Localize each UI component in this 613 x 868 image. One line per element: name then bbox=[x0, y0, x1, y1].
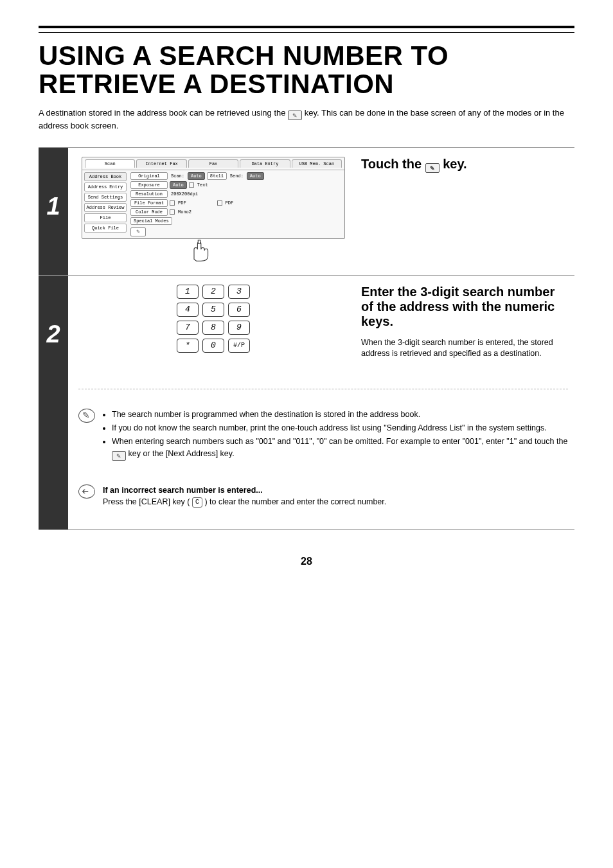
row-colormode-label[interactable]: Color Mode bbox=[130, 208, 168, 216]
numeric-keypad: 1 2 3 4 5 6 7 8 9 * 0 #/P bbox=[177, 285, 250, 353]
screen-tabs: Scan Internet Fax Fax Data Entry USB Mem… bbox=[82, 157, 344, 170]
row-fileformat-label[interactable]: File Format bbox=[130, 199, 168, 207]
row-original-send: Send: bbox=[229, 173, 245, 179]
row-specialmodes-label[interactable]: Special Modes bbox=[130, 217, 172, 225]
step2-heading: Enter the 3-digit search number of the a… bbox=[361, 285, 568, 329]
tab-scan[interactable]: Scan bbox=[85, 159, 135, 168]
book-key-icon-3 bbox=[112, 451, 126, 461]
step2-body-text: When the 3-digit search number is entere… bbox=[361, 337, 568, 359]
sidebar-address-entry[interactable]: Address Entry bbox=[84, 182, 127, 191]
key-2[interactable]: 2 bbox=[202, 285, 224, 299]
finger-pointer-icon bbox=[187, 239, 213, 262]
row-exposure-label[interactable]: Exposure bbox=[130, 181, 168, 189]
step-2: 2 1 2 3 4 5 6 7 8 9 bbox=[39, 276, 574, 530]
row-original-label[interactable]: Original bbox=[130, 172, 168, 180]
row-original-auto2[interactable]: Auto bbox=[247, 172, 264, 180]
pdf-icon-1 bbox=[170, 200, 175, 206]
key-0[interactable]: 0 bbox=[202, 339, 224, 353]
sidebar-send-settings[interactable]: Send Settings bbox=[84, 193, 127, 202]
row-original-auto1[interactable]: Auto bbox=[188, 172, 205, 180]
sidebar-address-book[interactable]: Address Book bbox=[84, 172, 127, 181]
book-key-icon bbox=[288, 111, 302, 120]
key-hash-p[interactable]: #/P bbox=[228, 339, 250, 353]
key-4[interactable]: 4 bbox=[177, 303, 199, 317]
step1-heading-before: Touch the bbox=[361, 157, 425, 171]
row-fileformat-v2: PDF bbox=[224, 200, 235, 206]
svg-rect-0 bbox=[198, 240, 200, 244]
rule-thin bbox=[39, 32, 574, 33]
intro-before: A destination stored in the address book… bbox=[39, 108, 288, 118]
row-original-scan: Scan: bbox=[170, 173, 186, 179]
note-3: When entering search numbers such as "00… bbox=[112, 436, 568, 460]
key-8[interactable]: 8 bbox=[202, 321, 224, 335]
clear-key-icon: C bbox=[192, 497, 202, 508]
back-arrow-icon bbox=[78, 484, 95, 499]
tab-fax[interactable]: Fax bbox=[188, 159, 238, 168]
intro-paragraph: A destination stored in the address book… bbox=[39, 107, 574, 132]
row-colormode-v1: Mono2 bbox=[177, 209, 193, 215]
row-original-size[interactable]: 8½x11 bbox=[207, 172, 227, 180]
device-screen: Scan Internet Fax Fax Data Entry USB Mem… bbox=[82, 157, 345, 239]
rule-thick bbox=[39, 26, 574, 28]
warn-after: ) to clear the number and enter the corr… bbox=[204, 497, 386, 506]
row-exposure-auto[interactable]: Auto bbox=[170, 181, 187, 189]
sidebar-file[interactable]: File bbox=[84, 213, 127, 222]
text-icon bbox=[189, 182, 194, 188]
pdf-icon-2 bbox=[217, 200, 222, 206]
page-title: USING A SEARCH NUMBER TO RETRIEVE A DEST… bbox=[39, 42, 574, 98]
tab-internet-fax[interactable]: Internet Fax bbox=[136, 159, 186, 168]
note-2: If you do not know the search number, pr… bbox=[112, 422, 568, 434]
warn-title: If an incorrect search number is entered… bbox=[103, 486, 263, 495]
row-fileformat-v1: PDF bbox=[177, 200, 188, 206]
note-1: The search number is programmed when the… bbox=[112, 409, 568, 420]
key-6[interactable]: 6 bbox=[228, 303, 250, 317]
pencil-note-icon bbox=[78, 409, 95, 423]
row-exposure-text: Text bbox=[196, 182, 209, 188]
row-resolution-value: 200X200dpi bbox=[170, 191, 199, 197]
step-number-2: 2 bbox=[39, 276, 68, 529]
step-1: 1 Scan Internet Fax Fax Data Entry USB M… bbox=[39, 148, 574, 276]
tab-usb-mem-scan[interactable]: USB Mem. Scan bbox=[292, 159, 342, 168]
dashed-separator bbox=[78, 389, 568, 389]
warn-before: Press the [CLEAR] key ( bbox=[103, 497, 190, 506]
page-number: 28 bbox=[39, 556, 574, 567]
key-star[interactable]: * bbox=[177, 339, 199, 353]
sidebar-address-review[interactable]: Address Review bbox=[84, 203, 127, 212]
key-9[interactable]: 9 bbox=[228, 321, 250, 335]
note-tips: The search number is programmed when the… bbox=[78, 409, 568, 462]
key-5[interactable]: 5 bbox=[202, 303, 224, 317]
key-1[interactable]: 1 bbox=[177, 285, 199, 299]
step1-heading: Touch the key. bbox=[361, 157, 568, 173]
key-3[interactable]: 3 bbox=[228, 285, 250, 299]
mono-icon bbox=[170, 209, 175, 215]
tab-data-entry[interactable]: Data Entry bbox=[240, 159, 290, 168]
step1-heading-after: key. bbox=[443, 157, 466, 171]
sidebar-quick-file[interactable]: Quick File bbox=[84, 224, 127, 233]
search-key-icon[interactable] bbox=[130, 227, 146, 236]
key-7[interactable]: 7 bbox=[177, 321, 199, 335]
step-number-1: 1 bbox=[39, 148, 68, 275]
book-key-icon-2 bbox=[425, 163, 440, 173]
note-warning: If an incorrect search number is entered… bbox=[78, 484, 568, 508]
row-resolution-label[interactable]: Resolution bbox=[130, 190, 168, 198]
